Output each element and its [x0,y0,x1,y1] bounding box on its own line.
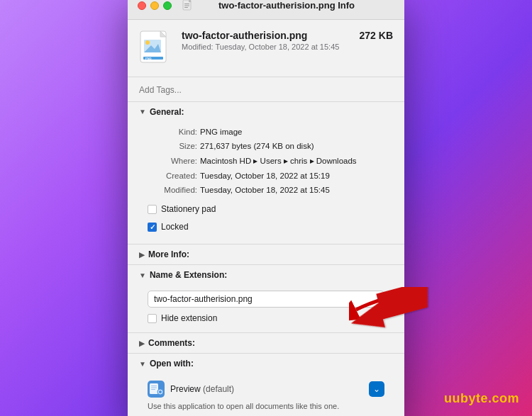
svg-rect-3 [184,5,189,6]
comments-section: ▶ Comments: [128,333,404,354]
where-label: Where: [148,154,197,169]
size-label: Size: [148,139,197,154]
open-with-content: Preview (default) Use this application t… [128,373,404,416]
kind-value: PNG image [200,125,242,140]
svg-text:PNG: PNG [145,56,152,60]
created-value: Tuesday, October 18, 2022 at 15:19 [200,169,330,184]
modified-label: Modified: [148,183,197,198]
close-button[interactable] [138,1,146,10]
file-icon: PNG [139,30,173,69]
preview-app-icon [148,381,165,398]
comments-section-label: Comments: [148,338,195,348]
where-value: Macintosh HD ▸ Users ▸ chris ▸ Downloads [200,154,357,169]
open-with-row: Preview (default) [148,376,384,402]
file-modified: Modified: Tuesday, October 18, 2022 at 1… [182,43,351,51]
size-value: 271,637 bytes (274 KB on disk) [200,139,314,154]
comments-section-header[interactable]: ▶ Comments: [128,333,404,353]
name-extension-section: ▼ Name & Extension: Hide extension [128,265,404,333]
app-dropdown-button[interactable] [369,381,384,397]
window-title: two-factor-autherision.png Info [200,0,373,11]
file-name: two-factor-autherision.png [182,30,351,41]
more-info-chevron-icon: ▶ [139,251,145,259]
content-area: PNG two-factor-autherision.png Modified:… [128,20,404,416]
open-with-section-label: Open with: [150,359,194,369]
file-size: 272 KB [360,30,393,41]
tags-input[interactable] [139,85,393,95]
file-size-area: 272 KB [360,30,393,41]
kind-label: Kind: [148,125,197,140]
titlebar-file-icon [182,0,194,12]
svg-rect-1 [189,0,191,2]
more-info-section-label: More Info: [148,249,189,259]
locked-checkbox[interactable] [148,223,157,232]
name-extension-content: Hide extension [128,285,404,332]
stationery-pad-row: Stationery pad [148,202,393,218]
locked-label: Locked [161,220,189,235]
general-chevron-icon: ▼ [139,108,146,116]
traffic-lights [138,1,172,10]
svg-point-18 [159,390,162,393]
stationery-pad-label: Stationery pad [161,202,216,218]
open-with-section-header[interactable]: ▼ Open with: [128,354,404,373]
modified-value: Tuesday, October 18, 2022 at 15:45 [200,183,330,198]
more-info-section-header[interactable]: ▶ More Info: [128,244,404,264]
svg-rect-13 [150,383,158,394]
svg-rect-2 [184,4,189,4]
info-window: two-factor-autherision.png Info PNG two-… [128,0,404,416]
hide-extension-checkbox[interactable] [148,314,157,323]
general-section-content: Kind: PNG image Size: 271,637 bytes (274… [128,122,404,244]
svg-rect-16 [151,389,155,390]
open-with-section: ▼ Open with: [128,354,404,416]
svg-rect-15 [151,388,157,388]
svg-point-8 [145,40,150,45]
app-name: Preview (default) [170,384,234,394]
maximize-button[interactable] [163,1,172,10]
watermark: uubyte.com [444,391,519,406]
file-info: two-factor-autherision.png Modified: Tue… [182,30,351,51]
hide-extension-row: Hide extension [148,313,384,323]
more-info-section: ▶ More Info: [128,244,404,265]
file-header: PNG two-factor-autherision.png Modified:… [128,20,404,77]
app-default: (default) [203,384,234,394]
name-extension-section-header[interactable]: ▼ Name & Extension: [128,265,404,285]
general-section-header[interactable]: ▼ General: [128,102,404,122]
minimize-button[interactable] [150,1,159,10]
name-extension-chevron-icon: ▼ [139,271,146,279]
created-label: Created: [148,169,197,184]
comments-chevron-icon: ▶ [139,339,145,347]
general-section: ▼ General: Kind: PNG image Size: 271,637… [128,102,404,245]
hide-extension-label: Hide extension [161,313,217,323]
locked-row: Locked [148,220,393,235]
svg-rect-14 [151,386,157,386]
use-app-text: Use this application to open all documen… [148,402,384,416]
general-section-label: General: [150,107,184,117]
tags-row[interactable] [128,77,404,102]
name-extension-section-label: Name & Extension: [150,270,227,280]
stationery-pad-checkbox[interactable] [148,205,157,214]
titlebar: two-factor-autherision.png Info [128,0,404,20]
svg-rect-4 [184,7,188,8]
app-select-wrapper: Preview (default) [170,384,363,394]
filename-input[interactable] [148,291,384,308]
open-with-chevron-icon: ▼ [139,360,146,368]
